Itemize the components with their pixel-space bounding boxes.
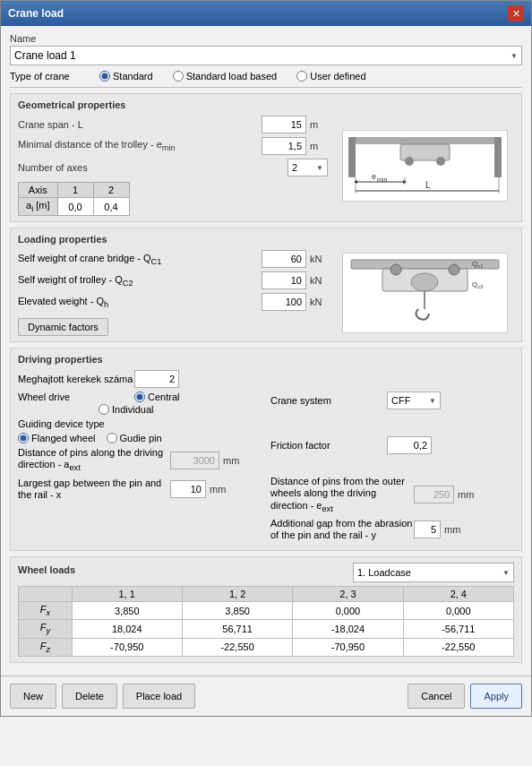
dist-pins-outer-row: Distance of pins from the outer wheels a… (270, 476, 514, 514)
wt-fz-24: -22,550 (403, 638, 513, 656)
geometrical-two-col: Crane span - L m Minimal distance of the… (18, 116, 514, 216)
axes-val-2[interactable]: 0,4 (93, 198, 129, 216)
axes-header-1: 1 (57, 183, 93, 198)
crane-system-row: Crane system CFF ▼ (270, 392, 514, 409)
wheel-loads-panel: Wheel loads 1. Loadcase ▼ 1, 1 1, 2 2, 3… (10, 556, 522, 663)
wt-fy-11: 18,024 (72, 620, 182, 638)
dynamic-factors-button[interactable]: Dynamic factors (18, 318, 108, 336)
wheel-drive-label: Wheel drive (18, 392, 134, 402)
elevated-weight-unit: kN (310, 297, 328, 307)
svg-rect-1 (348, 137, 356, 177)
meghajt-row: Meghajtott kerekek száma (18, 370, 514, 388)
crane-span-unit: m (310, 119, 328, 130)
apply-button[interactable]: Apply (470, 684, 522, 709)
num-axes-label: Number of axes (18, 162, 280, 173)
radio-flanged-label: Flanged wheel (31, 433, 96, 443)
loading-two-col: Self weight of crane bridge - QC1 kN Sel… (18, 250, 514, 336)
meghajt-input[interactable] (134, 370, 179, 388)
svg-rect-2 (494, 137, 502, 177)
svg-text:min: min (377, 176, 387, 183)
num-axes-row: Number of axes 2 ▼ (18, 159, 328, 176)
axes-header-axis: Axis (19, 183, 58, 198)
radio-gudie-pin[interactable]: Gudie pin (107, 433, 162, 443)
dist-pins-driving-row: Distance of pins along the driving direc… (18, 447, 262, 473)
dist-pins-outer-label: Distance of pins from the outer wheels a… (270, 476, 414, 514)
name-combo[interactable]: Crane load 1 ▼ (10, 46, 522, 65)
bottom-bar: New Delete Place load Cancel Apply (1, 676, 531, 716)
radio-user-defined-label: User defined (310, 71, 365, 82)
loadcase-combo[interactable]: 1. Loadcase ▼ (353, 563, 514, 582)
name-combo-arrow: ▼ (511, 52, 518, 60)
wheel-drive-individual-row: Individual (99, 404, 262, 415)
trolley-weight-row: Self weight of trolley - QC2 kN (18, 271, 328, 289)
radio-standard-load[interactable]: Standard load based (173, 71, 278, 82)
place-load-button[interactable]: Place load (123, 684, 195, 709)
name-value: Crane load 1 (14, 49, 76, 62)
window-title: Crane load (8, 7, 64, 20)
largest-gap-input[interactable] (170, 480, 206, 498)
axes-val-1[interactable]: 0,0 (57, 198, 93, 216)
trolley-weight-input[interactable] (262, 271, 306, 289)
bridge-weight-input[interactable] (262, 250, 306, 268)
radio-central[interactable]: Central (134, 392, 179, 402)
new-button[interactable]: New (10, 684, 56, 709)
delete-button[interactable]: Delete (62, 684, 117, 709)
geometrical-right: e min L (335, 116, 514, 216)
wt-header-empty (19, 587, 73, 602)
axes-table: Axis 1 2 ai [m] 0,0 0,4 (18, 182, 130, 216)
min-distance-row: Minimal distance of the trolley - emin m (18, 137, 328, 155)
radio-individual[interactable]: Individual (99, 404, 153, 415)
geometrical-left: Crane span - L m Minimal distance of the… (18, 116, 328, 216)
dist-pins-outer-unit: mm (458, 489, 476, 500)
friction-input[interactable] (387, 436, 432, 454)
name-section: Name Crane load 1 ▼ (10, 33, 522, 65)
wt-fx-12: 3,850 (182, 602, 292, 620)
num-axes-combo[interactable]: 2 ▼ (287, 159, 328, 176)
radio-gudie-label: Gudie pin (120, 433, 162, 443)
svg-text:Qc2: Qc2 (472, 280, 484, 289)
crane-load-window: Crane load ✕ Name Crane load 1 ▼ Type of… (0, 0, 532, 717)
wheel-loads-title: Wheel loads (18, 564, 75, 575)
wheel-drive-row: Wheel drive Central (18, 392, 262, 402)
radio-standard-label: Standard (113, 71, 153, 82)
svg-rect-3 (356, 137, 494, 144)
cancel-button[interactable]: Cancel (408, 684, 465, 709)
radio-central-label: Central (148, 392, 179, 402)
guiding-device-row: Guiding device type (18, 418, 262, 429)
num-axes-arrow: ▼ (316, 164, 323, 172)
radio-user-defined[interactable]: User defined (296, 71, 365, 82)
elevated-weight-label: Elevated weight - Qh (18, 296, 262, 309)
largest-gap-unit: mm (210, 484, 227, 495)
svg-text:e: e (372, 172, 376, 181)
additional-gap-input[interactable] (414, 521, 441, 538)
radio-standard[interactable]: Standard (99, 71, 153, 82)
geometrical-title: Geometrical properties (18, 99, 514, 110)
loading-panel: Loading properties Self weight of crane … (10, 228, 522, 342)
elevated-weight-input[interactable] (262, 293, 306, 311)
meghajt-label: Meghajtott kerekek száma (18, 374, 134, 384)
svg-point-5 (405, 157, 414, 166)
crane-span-input[interactable] (262, 116, 306, 133)
crane-span-label: Crane span - L (18, 119, 262, 130)
crane-system-combo[interactable]: CFF ▼ (387, 392, 441, 409)
type-crane-label: Type of crane (10, 71, 99, 82)
close-button[interactable]: ✕ (508, 5, 524, 22)
loading-right: Qc1 Qc2 (335, 250, 514, 336)
loadcase-value: 1. Loadcase (357, 567, 411, 578)
min-distance-input[interactable] (262, 137, 306, 155)
wt-fx-24: 0,000 (403, 602, 513, 620)
crane-system-value: CFF (391, 395, 410, 406)
main-content: Name Crane load 1 ▼ Type of crane Standa… (1, 26, 531, 676)
radio-flanged[interactable]: Flanged wheel (18, 433, 96, 443)
wt-header-23: 2, 3 (293, 587, 403, 602)
largest-gap-label: Largest gap between the pin and the rail… (18, 478, 170, 501)
svg-point-18 (449, 264, 459, 275)
driving-panel: Driving properties Meghajtott kerekek sz… (10, 348, 522, 551)
additional-gap-unit: mm (444, 524, 462, 535)
bridge-weight-label: Self weight of crane bridge - QC1 (18, 253, 262, 266)
dist-pins-driving-unit: mm (223, 455, 241, 466)
svg-text:L: L (425, 180, 431, 190)
dist-pins-driving-input (170, 452, 219, 469)
driving-left: Wheel drive Central Individual (18, 392, 262, 545)
radio-individual-label: Individual (112, 404, 153, 415)
